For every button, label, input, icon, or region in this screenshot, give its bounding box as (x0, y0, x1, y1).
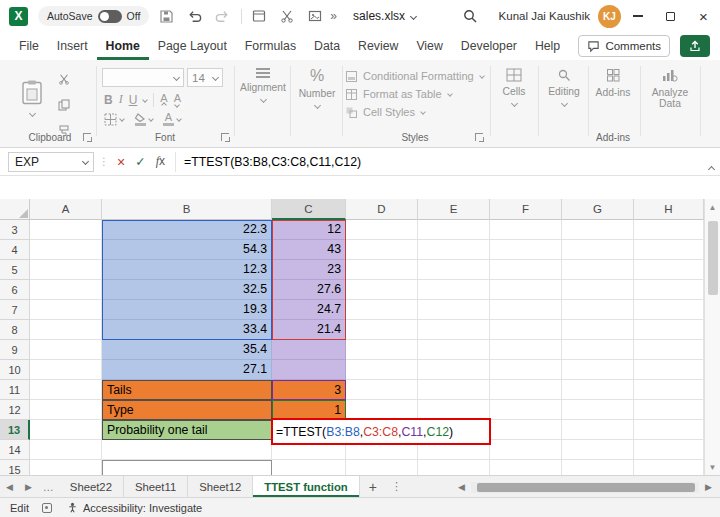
cell-H3[interactable] (634, 220, 704, 240)
font-dialog-launcher[interactable] (221, 133, 229, 141)
cell-E9[interactable] (418, 340, 490, 360)
row-header-5[interactable]: 5 (0, 260, 30, 280)
minimize-button[interactable] (621, 0, 654, 32)
italic-button[interactable]: I (119, 92, 123, 107)
cell-B7[interactable]: 19.3 (102, 300, 272, 320)
underline-options-chevron[interactable] (143, 97, 149, 103)
cell-A6[interactable] (30, 280, 102, 300)
font-color-button[interactable]: A (163, 112, 181, 126)
cell-A4[interactable] (30, 240, 102, 260)
sheet-nav-left-icon[interactable]: ◀ (0, 482, 19, 492)
cell-D10[interactable] (346, 360, 418, 380)
column-header-F[interactable]: F (490, 199, 562, 220)
cell-B10[interactable]: 27.1 (102, 360, 272, 380)
cell-D5[interactable] (346, 260, 418, 280)
cell-G11[interactable] (562, 380, 634, 400)
cell-G7[interactable] (562, 300, 634, 320)
cell-D8[interactable] (346, 320, 418, 340)
autosave-toggle[interactable]: AutoSave Off (38, 6, 149, 26)
underline-button[interactable]: U (129, 93, 138, 107)
cell-D6[interactable] (346, 280, 418, 300)
qat-workbook-button[interactable] (248, 5, 270, 27)
column-header-E[interactable]: E (418, 199, 490, 220)
column-header-A[interactable]: A (30, 199, 102, 220)
clipboard-dialog-launcher[interactable] (83, 133, 91, 141)
cell-B9[interactable]: 35.4 (102, 340, 272, 360)
cell-E7[interactable] (418, 300, 490, 320)
styles-dialog-launcher[interactable] (475, 133, 483, 141)
horizontal-scrollbar[interactable]: ◀ ▶ (452, 480, 718, 494)
redo-button[interactable] (211, 5, 233, 27)
cell-A7[interactable] (30, 300, 102, 320)
row-header-8[interactable]: 8 (0, 320, 30, 340)
paste-button[interactable] (14, 67, 50, 127)
vertical-scroll-thumb[interactable] (708, 221, 718, 295)
cell-H10[interactable] (634, 360, 704, 380)
cell-G5[interactable] (562, 260, 634, 280)
cell-C6[interactable]: 27.6 (272, 280, 346, 300)
row-header-7[interactable]: 7 (0, 300, 30, 320)
increase-font-size-button[interactable]: A (160, 93, 167, 107)
close-button[interactable]: × (687, 0, 720, 32)
column-header-G[interactable]: G (562, 199, 634, 220)
cell-F15[interactable] (490, 460, 562, 475)
scroll-right-icon[interactable]: ▶ (699, 482, 718, 492)
cell-D11[interactable] (346, 380, 418, 400)
ribbon-tab-data[interactable]: Data (305, 32, 349, 60)
cell-E10[interactable] (418, 360, 490, 380)
cell-H5[interactable] (634, 260, 704, 280)
row-header-15[interactable]: 15 (0, 460, 30, 475)
cell-F4[interactable] (490, 240, 562, 260)
insert-function-button[interactable]: fx (156, 154, 165, 169)
cell-G14[interactable] (562, 440, 634, 460)
cell-H6[interactable] (634, 280, 704, 300)
sheet-tab-sheet12[interactable]: Sheet12 (188, 476, 253, 497)
cell-F9[interactable] (490, 340, 562, 360)
cell-F7[interactable] (490, 300, 562, 320)
save-button[interactable] (155, 5, 177, 27)
cell-F12[interactable] (490, 400, 562, 420)
cell-H15[interactable] (634, 460, 704, 475)
ribbon-tab-developer[interactable]: Developer (452, 32, 526, 60)
row-header-3[interactable]: 3 (0, 220, 30, 240)
cell-A15[interactable] (30, 460, 102, 475)
cell-C9[interactable] (272, 340, 346, 360)
search-button[interactable] (459, 5, 481, 27)
sheet-tab-sheet22[interactable]: Sheet22 (59, 476, 124, 497)
cell-A8[interactable] (30, 320, 102, 340)
cell-H9[interactable] (634, 340, 704, 360)
editing-button[interactable]: Editing (542, 68, 586, 106)
share-button[interactable] (680, 35, 710, 57)
bold-button[interactable]: B (104, 93, 113, 107)
cell-F13[interactable] (490, 420, 562, 440)
horizontal-scroll-thumb[interactable] (477, 483, 695, 492)
ribbon-tab-home[interactable]: Home (97, 32, 149, 60)
vertical-scrollbar[interactable]: ▲ ▼ (704, 199, 720, 475)
cell-B11[interactable]: Tails (102, 380, 272, 400)
cell-G8[interactable] (562, 320, 634, 340)
active-cell-formula[interactable]: =TTEST(B3:B8,C3:C8,C11,C12) (273, 425, 453, 439)
ribbon-tab-file[interactable]: File (10, 32, 48, 60)
row-header-14[interactable]: 14 (0, 440, 30, 460)
cell-H8[interactable] (634, 320, 704, 340)
cell-G6[interactable] (562, 280, 634, 300)
macro-record-button[interactable] (42, 503, 52, 513)
cell-C7[interactable]: 24.7 (272, 300, 346, 320)
cells-button[interactable]: Cells (494, 68, 534, 106)
cell-C8[interactable]: 21.4 (272, 320, 346, 340)
row-header-11[interactable]: 11 (0, 380, 30, 400)
cell-C3[interactable]: 12 (272, 220, 346, 240)
ribbon-tab-review[interactable]: Review (349, 32, 407, 60)
ribbon-tab-help[interactable]: Help (526, 32, 569, 60)
enter-button[interactable]: ✓ (135, 154, 145, 169)
cell-A12[interactable] (30, 400, 102, 420)
cell-B4[interactable]: 54.3 (102, 240, 272, 260)
conditional-formatting-button[interactable]: Conditional Formatting (346, 70, 484, 82)
sheet-options-dots[interactable]: ⋮ (386, 480, 407, 493)
cell-E6[interactable] (418, 280, 490, 300)
cell-C10[interactable] (272, 360, 346, 380)
cell-E8[interactable] (418, 320, 490, 340)
cell-H7[interactable] (634, 300, 704, 320)
cell-G12[interactable] (562, 400, 634, 420)
excel-logo-icon[interactable]: X (9, 7, 28, 26)
